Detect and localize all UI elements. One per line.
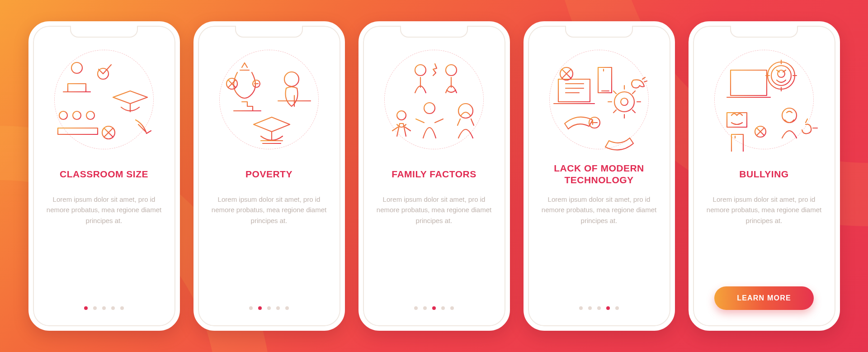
dot[interactable] — [588, 306, 592, 310]
svg-point-8 — [284, 72, 299, 86]
svg-point-13 — [458, 104, 473, 118]
screen-title: LACK OF MODERN TECHNOLOGY — [538, 160, 660, 189]
dot[interactable] — [93, 306, 97, 310]
onboarding-screen-3: FAMILY FACTORS Lorem ipsum dolor sit ame… — [359, 21, 510, 331]
dot[interactable] — [267, 306, 271, 310]
phone-notch — [70, 26, 138, 38]
dot[interactable] — [84, 306, 88, 310]
dot[interactable] — [120, 306, 124, 310]
screen-title: FAMILY FACTORS — [389, 160, 479, 189]
page-indicator — [579, 306, 619, 310]
svg-point-11 — [397, 111, 406, 120]
onboarding-screen-4: LACK OF MODERN TECHNOLOGY Lorem ipsum do… — [524, 21, 675, 331]
dot[interactable] — [249, 306, 253, 310]
dot[interactable] — [450, 306, 454, 310]
svg-point-12 — [424, 103, 435, 114]
page-indicator — [84, 306, 124, 310]
page-indicator — [249, 306, 289, 310]
dot[interactable] — [597, 306, 601, 310]
dot[interactable] — [423, 306, 427, 310]
dot[interactable] — [579, 306, 583, 310]
phone-notch — [730, 26, 798, 38]
screen-title: BULLYING — [736, 160, 791, 189]
screen-body: Lorem ipsum dolor sit amet, pro id nemor… — [208, 194, 330, 235]
svg-point-3 — [73, 111, 81, 119]
onboarding-screen-2: POVERTY Lorem ipsum dolor sit amet, pro … — [193, 21, 345, 331]
svg-point-2 — [59, 111, 67, 119]
svg-point-16 — [621, 98, 628, 105]
screen-body: Lorem ipsum dolor sit amet, pro id nemor… — [703, 194, 826, 235]
dot[interactable] — [606, 306, 610, 310]
dot[interactable] — [414, 306, 418, 310]
svg-point-15 — [614, 92, 634, 112]
technology-icon — [540, 48, 658, 152]
page-indicator — [414, 306, 454, 310]
dot[interactable] — [276, 306, 280, 310]
onboarding-screen-1: CLASSROOM SIZE Lorem ipsum dolor sit ame… — [28, 21, 180, 331]
classroom-size-icon — [45, 48, 163, 152]
svg-point-4 — [86, 111, 94, 119]
poverty-icon — [210, 48, 328, 152]
screen-title: CLASSROOM SIZE — [57, 160, 151, 189]
svg-point-10 — [446, 65, 457, 76]
screen-title: POVERTY — [243, 160, 295, 189]
svg-point-22 — [782, 108, 797, 123]
phone-notch — [235, 26, 303, 38]
phone-notch — [400, 26, 468, 38]
dot[interactable] — [258, 306, 262, 310]
dot[interactable] — [111, 306, 115, 310]
dot[interactable] — [615, 306, 619, 310]
phones-row: CLASSROOM SIZE Lorem ipsum dolor sit ame… — [0, 0, 868, 352]
phone-notch — [565, 26, 633, 38]
svg-point-0 — [71, 62, 82, 73]
screen-body: Lorem ipsum dolor sit amet, pro id nemor… — [373, 194, 495, 235]
onboarding-screen-5: BULLYING Lorem ipsum dolor sit amet, pro… — [689, 21, 840, 331]
learn-more-button[interactable]: LEARN MORE — [714, 286, 814, 310]
screen-body: Lorem ipsum dolor sit amet, pro id nemor… — [538, 194, 660, 235]
family-factors-icon — [375, 48, 493, 152]
dot[interactable] — [432, 306, 436, 310]
svg-point-9 — [415, 65, 426, 76]
dot[interactable] — [441, 306, 445, 310]
dot[interactable] — [285, 306, 289, 310]
dot[interactable] — [102, 306, 106, 310]
screen-body: Lorem ipsum dolor sit amet, pro id nemor… — [43, 194, 165, 235]
bullying-icon — [705, 48, 823, 152]
